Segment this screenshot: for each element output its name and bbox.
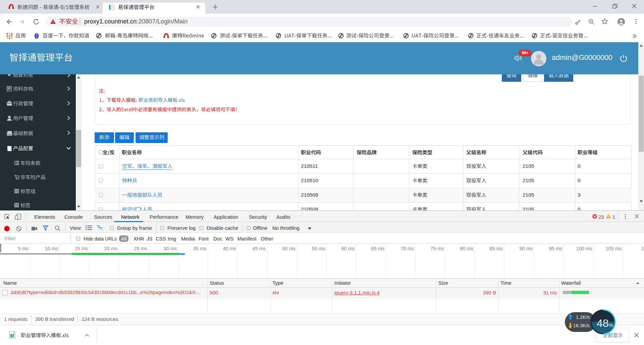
- svg-text:du: du: [36, 36, 38, 38]
